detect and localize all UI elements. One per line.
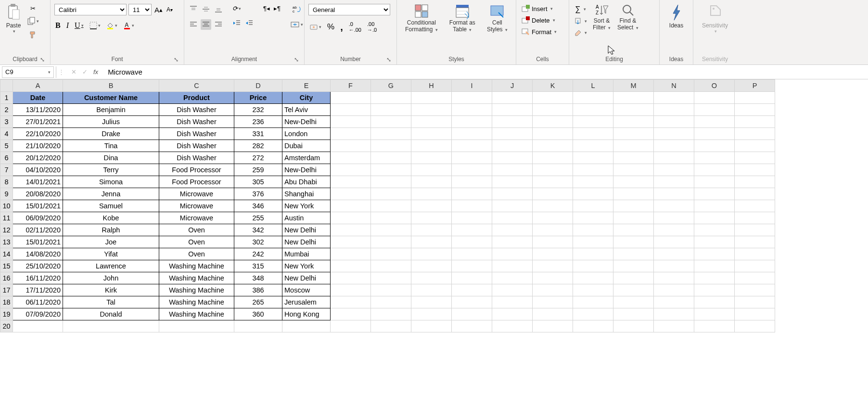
cell[interactable] bbox=[452, 104, 492, 116]
cell[interactable] bbox=[331, 176, 371, 188]
cell[interactable] bbox=[694, 296, 735, 308]
cell[interactable] bbox=[492, 236, 533, 248]
cell[interactable] bbox=[735, 248, 775, 260]
cell[interactable] bbox=[331, 224, 371, 236]
cell[interactable]: 06/11/2020 bbox=[13, 296, 63, 308]
row-header[interactable]: 18 bbox=[0, 296, 13, 308]
cell[interactable]: Lawrence bbox=[63, 260, 159, 272]
cell[interactable]: 236 bbox=[234, 116, 282, 128]
cell[interactable] bbox=[573, 200, 613, 212]
cell[interactable] bbox=[613, 224, 654, 236]
cell[interactable] bbox=[452, 320, 492, 332]
cell[interactable] bbox=[492, 116, 533, 128]
cell[interactable] bbox=[654, 296, 694, 308]
cell[interactable] bbox=[492, 260, 533, 272]
cell[interactable]: New Delhi bbox=[282, 272, 331, 284]
font-color-button[interactable]: A▾ bbox=[122, 21, 135, 30]
cell[interactable] bbox=[371, 116, 411, 128]
cell[interactable]: Washing Machine bbox=[159, 272, 234, 284]
row-header[interactable]: 13 bbox=[0, 236, 13, 248]
cell[interactable] bbox=[331, 92, 371, 104]
cell[interactable]: 342 bbox=[234, 224, 282, 236]
col-header[interactable]: J bbox=[492, 80, 533, 92]
sensitivity-button[interactable]: Sensitivity ▾ bbox=[700, 2, 730, 35]
cell[interactable] bbox=[533, 212, 573, 224]
cell[interactable]: Microwave bbox=[159, 188, 234, 200]
cell[interactable] bbox=[411, 140, 452, 152]
cell[interactable] bbox=[492, 152, 533, 164]
cell[interactable]: New-Delhi bbox=[282, 116, 331, 128]
cell[interactable] bbox=[735, 176, 775, 188]
cell[interactable] bbox=[694, 272, 735, 284]
cell[interactable] bbox=[613, 296, 654, 308]
cell[interactable] bbox=[654, 152, 694, 164]
row-header[interactable]: 1 bbox=[0, 92, 13, 104]
cell[interactable] bbox=[331, 296, 371, 308]
cell[interactable] bbox=[533, 320, 573, 332]
cell[interactable] bbox=[331, 212, 371, 224]
cell[interactable] bbox=[492, 308, 533, 320]
cell[interactable] bbox=[613, 164, 654, 176]
align-top-button[interactable] bbox=[188, 4, 199, 14]
cell[interactable]: New Delhi bbox=[282, 236, 331, 248]
cell[interactable] bbox=[411, 284, 452, 296]
cell[interactable] bbox=[694, 152, 735, 164]
cell[interactable] bbox=[492, 92, 533, 104]
cell[interactable] bbox=[282, 320, 331, 332]
cell[interactable] bbox=[331, 188, 371, 200]
align-left-button[interactable] bbox=[188, 19, 199, 30]
align-right-button[interactable] bbox=[213, 19, 224, 30]
cell[interactable] bbox=[694, 116, 735, 128]
cell[interactable]: Ralph bbox=[63, 224, 159, 236]
cell[interactable] bbox=[654, 224, 694, 236]
dialog-launcher-icon[interactable]: ⤡ bbox=[39, 57, 45, 63]
row-header[interactable]: 4 bbox=[0, 128, 13, 140]
copy-button[interactable]: ▾ bbox=[26, 16, 40, 26]
cell[interactable] bbox=[735, 128, 775, 140]
cell[interactable]: 386 bbox=[234, 284, 282, 296]
cell[interactable] bbox=[492, 200, 533, 212]
cell[interactable]: Tel Aviv bbox=[282, 104, 331, 116]
cell[interactable] bbox=[533, 308, 573, 320]
row-header[interactable]: 15 bbox=[0, 260, 13, 272]
row-header[interactable]: 14 bbox=[0, 248, 13, 260]
col-header[interactable]: P bbox=[735, 80, 775, 92]
row-header[interactable]: 2 bbox=[0, 104, 13, 116]
dialog-launcher-icon[interactable]: ⤡ bbox=[294, 57, 299, 63]
cell[interactable] bbox=[492, 104, 533, 116]
cell[interactable] bbox=[654, 248, 694, 260]
cell[interactable] bbox=[492, 212, 533, 224]
cell[interactable] bbox=[492, 284, 533, 296]
cell[interactable] bbox=[613, 92, 654, 104]
cell[interactable] bbox=[694, 212, 735, 224]
cell[interactable]: Julius bbox=[63, 116, 159, 128]
cell[interactable]: Oven bbox=[159, 224, 234, 236]
cell[interactable] bbox=[452, 248, 492, 260]
cell[interactable]: Shanghai bbox=[282, 188, 331, 200]
cell[interactable] bbox=[533, 200, 573, 212]
italic-button[interactable]: I bbox=[65, 20, 70, 31]
cancel-formula-button[interactable]: ✕ bbox=[70, 67, 77, 76]
cell[interactable]: 22/10/2020 bbox=[13, 128, 63, 140]
formula-input[interactable] bbox=[105, 68, 868, 76]
cell[interactable] bbox=[573, 320, 613, 332]
align-middle-button[interactable] bbox=[201, 4, 211, 14]
cell[interactable]: Washing Machine bbox=[159, 296, 234, 308]
cell[interactable] bbox=[411, 224, 452, 236]
rtl-button[interactable]: ¶◂ bbox=[262, 4, 271, 13]
cell[interactable] bbox=[654, 284, 694, 296]
cell[interactable] bbox=[411, 260, 452, 272]
cell[interactable] bbox=[492, 224, 533, 236]
cell[interactable] bbox=[411, 320, 452, 332]
cell[interactable]: Kobe bbox=[63, 212, 159, 224]
col-header[interactable]: F bbox=[331, 80, 371, 92]
cell[interactable] bbox=[735, 188, 775, 200]
cell[interactable]: Simona bbox=[63, 176, 159, 188]
cell[interactable]: Oven bbox=[159, 236, 234, 248]
cell[interactable] bbox=[735, 320, 775, 332]
cell[interactable]: Dish Washer bbox=[159, 128, 234, 140]
col-header[interactable]: M bbox=[613, 80, 654, 92]
cell[interactable] bbox=[331, 284, 371, 296]
cell[interactable] bbox=[654, 272, 694, 284]
col-header[interactable]: C bbox=[159, 80, 234, 92]
